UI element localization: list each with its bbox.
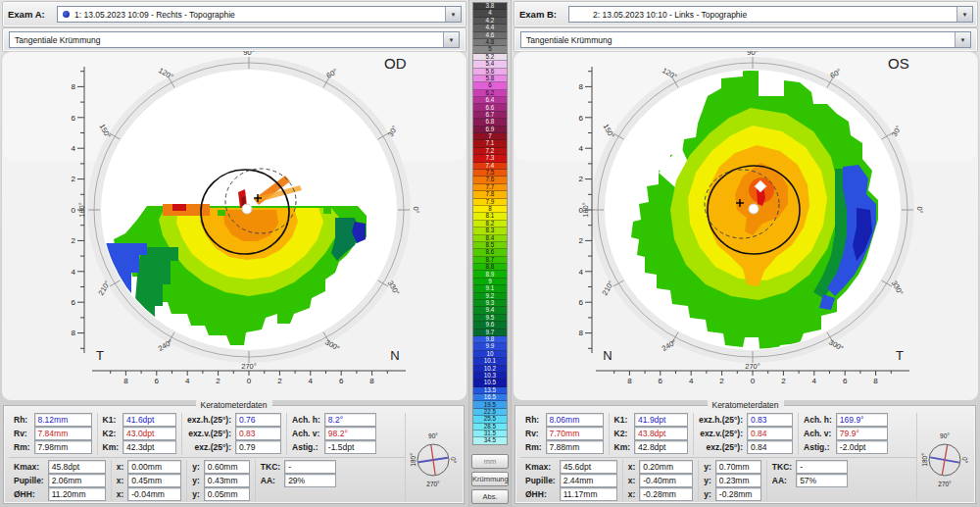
map-type-select-right[interactable]: Tangentiale Krümmung ▼ [520, 31, 971, 48]
kerato-block: Kmax:45.8dptPupille:2.06mmØHH:11.20mmx:0… [9, 457, 405, 502]
axis-tick-label: 0 [579, 206, 584, 215]
scale-value: 6.6 [473, 104, 507, 111]
kerato-column: Ach. h:169.9°Ach. v:79.9°Astig.:-2.0dpt [798, 413, 893, 455]
kerato-column: x:0.00mmx:0.45mmx:-0.04mm [111, 460, 187, 502]
scale-value: 5.4 [473, 61, 507, 68]
topography-svg-od: 90°120°150°180°210°240°270°300°330°0°30°… [0, 51, 468, 404]
kerato-field: 0.20mm [639, 460, 693, 474]
degree-label: 90° [747, 51, 758, 57]
scale-value: 9.6 [473, 322, 507, 329]
kerato-field: 98.2° [324, 427, 376, 440]
keratometer-groupbox-left: Keratometerdaten Rh:8.12mmRv:7.84mmRm:7.… [3, 405, 465, 504]
scale-abs-button[interactable]: Abs. [471, 489, 509, 504]
kerato-label: Pupille: [14, 476, 44, 485]
kerato-label: x: [628, 476, 636, 485]
scale-value: 9.8 [473, 336, 507, 343]
scale-buttons: mmKrümmungAbs. [471, 454, 509, 504]
scale-value: 9.1 [473, 285, 507, 292]
kerato-block: Rh:8.06mmRv:7.70mmRm:7.88mmK1:41.9dptK2:… [520, 413, 916, 455]
map-type-select-left[interactable]: Tangentiale Krümmung ▼ [9, 31, 460, 48]
nasal-temporal-label: T [896, 348, 904, 363]
scale-value: 4 [473, 10, 507, 17]
keratometer-title: Keratometerdaten [707, 400, 783, 410]
kerato-label: Ach. h: [804, 415, 832, 425]
eye-label: OS [888, 55, 909, 72]
scale-value: 28.5 [473, 424, 507, 431]
kerato-label: Rh: [14, 415, 30, 425]
scale-value: 8.9 [473, 271, 507, 278]
axis-tick-label: 6 [843, 377, 848, 385]
kerato-label: exz.h.(25°): [187, 415, 231, 425]
kerato-field: 43.8dpt [634, 427, 688, 440]
scale-value: 6.9 [473, 127, 507, 133]
scale-value: 7.6 [473, 177, 507, 183]
scale-value: 5.8 [473, 76, 507, 82]
exam-a-value: 1: 13.05.2023 10:09 - Rechts - Topograph… [70, 10, 445, 20]
scale-mm-button[interactable]: mm [471, 454, 509, 469]
scale-value: 8.1 [473, 213, 507, 220]
scale-value: 9.3 [473, 300, 507, 307]
dropdown-arrow-icon[interactable]: ▼ [445, 7, 461, 22]
map-type-value-right: Tangentiale Krümmung [521, 35, 955, 45]
kerato-field: 7.84mm [34, 427, 92, 440]
kerato-label: ØHH: [525, 489, 556, 499]
kerato-field: 8.06mm [546, 413, 604, 427]
scale-value: 10.3 [473, 373, 507, 380]
axis-tick-label: 0 [72, 206, 76, 215]
scale-value: 8.4 [473, 235, 507, 242]
keratometer-body-right: Rh:8.06mmRv:7.70mmRm:7.88mmK1:41.9dptK2:… [520, 413, 972, 501]
axis-tick-label: 4 [72, 144, 76, 153]
dropdown-arrow-icon[interactable]: ▼ [956, 7, 972, 22]
axis-compass-right: 90°270°180°0° [916, 413, 972, 501]
axis-tick-label: 6 [72, 298, 76, 307]
dropdown-arrow-icon[interactable]: ▼ [443, 32, 459, 47]
scale-value: 10.2 [473, 366, 507, 373]
scale-value: 13.5 [473, 387, 507, 394]
axis-tick-label: 8 [873, 377, 878, 385]
axis-tick-label: 2 [579, 175, 584, 183]
compass-degree-label: 0° [450, 457, 457, 464]
axis-tick-label: 8 [369, 377, 374, 385]
kerato-label: K2: [614, 429, 631, 438]
scale-value: 10 [473, 351, 507, 358]
kerato-label: exz.h.(25°): [699, 415, 743, 425]
topography-compare-view: Exam A: 1: 13.05.2023 10:09 - Rechts - T… [0, 0, 980, 507]
axis-compass-left: 90°270°180°0° [405, 413, 461, 501]
degree-label: 0° [915, 206, 924, 213]
kerato-label: Astig.: [804, 442, 832, 452]
kerato-field: 0.23mm [715, 474, 761, 487]
nasal-temporal-label: N [603, 348, 612, 363]
kerato-label: Kmax: [14, 462, 44, 472]
scale-value: 7.4 [473, 163, 507, 170]
axis-tick-label: 8 [627, 377, 632, 385]
exam-a-panel: Exam A: 1: 13.05.2023 10:09 - Rechts - T… [0, 0, 468, 507]
kerato-label: Km: [103, 442, 120, 452]
axis-tick-label: 4 [309, 377, 314, 385]
topography-map-od: 90°120°150°180°210°240°270°300°330°0°30°… [0, 51, 468, 404]
compass-degree-label: 270° [426, 481, 440, 487]
kerato-field: -0.28mm [715, 487, 761, 501]
kerato-column: TKC:-AA:57% [766, 460, 853, 502]
exam-b-label: Exam B: [519, 9, 557, 20]
scale-value: 3.8 [473, 3, 507, 10]
kerato-column: Kmax:45.8dptPupille:2.06mmØHH:11.20mm [9, 460, 111, 502]
kerato-label: K1: [103, 415, 120, 425]
color-scale-legend: 3.844.24.44.64.855.25.45.65.866.26.46.66… [472, 2, 508, 445]
exam-marker-dot-icon [63, 11, 70, 18]
scale-value: 6 [473, 82, 507, 89]
kerato-label: x: [628, 462, 636, 472]
kerato-label: Rh: [525, 415, 542, 425]
kerato-field: 42.8dpt [634, 440, 688, 454]
keratometer-title: Keratometerdaten [195, 400, 271, 410]
nasal-temporal-label: T [96, 348, 104, 363]
scale-kruemmung-button[interactable]: Krümmung [471, 472, 509, 486]
degree-label: 0° [412, 206, 420, 213]
dropdown-arrow-icon[interactable]: ▼ [955, 32, 970, 47]
exam-a-bar: Exam A: 1: 13.05.2023 10:09 - Rechts - T… [2, 1, 466, 27]
exam-b-select[interactable]: 2: 13.05.2023 10:10 - Links - Topographi… [568, 6, 973, 23]
degree-label: 90° [243, 51, 254, 57]
scale-value: 6.2 [473, 90, 507, 97]
exam-a-select[interactable]: 1: 13.05.2023 10:09 - Rechts - Topograph… [57, 6, 462, 23]
kerato-field: -0.40mm [639, 474, 693, 487]
kerato-label: K1: [614, 415, 631, 425]
